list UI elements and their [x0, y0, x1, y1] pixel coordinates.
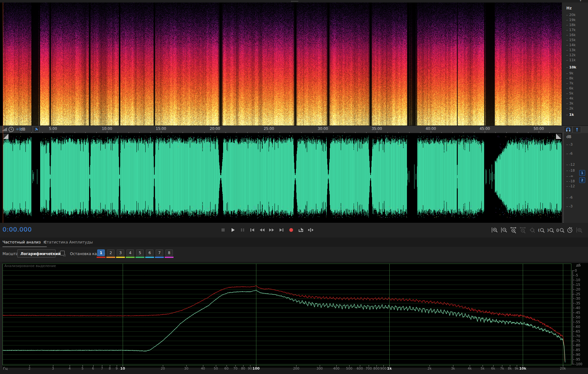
y-tick--90: -90 — [575, 352, 580, 357]
frame-hold-color — [165, 257, 174, 258]
frame-hold-1[interactable]: 1 — [97, 249, 105, 258]
frame-hold-8[interactable]: 8 — [165, 249, 173, 258]
frame-hold-6[interactable]: 6 — [146, 249, 153, 258]
amplitude-scale-panel[interactable]: dB -3-6-12-18-∞-18-12-6-3 1 2 — [562, 133, 588, 223]
copy-graph-icon[interactable] — [60, 251, 65, 255]
freq-tick-10k: 10k — [566, 65, 576, 70]
y-axis-unit: дБ — [576, 263, 581, 267]
frame-hold-color — [116, 257, 125, 258]
x-tick-3k: 3k — [451, 366, 455, 370]
db-tick-6: -12 — [566, 184, 575, 189]
frame-hold-label: 8 — [165, 249, 173, 256]
x-tick-2: 2 — [29, 366, 31, 370]
x-tick-90: 90 — [248, 366, 252, 370]
x-tick-8: 8 — [109, 366, 111, 370]
zoom-full-button[interactable] — [575, 226, 583, 234]
y-tick--65: -65 — [575, 329, 580, 334]
loop-playback-button[interactable] — [297, 226, 305, 234]
y-tick-0: 0 — [575, 268, 577, 273]
x-tick-9: 9 — [115, 366, 118, 370]
zoom-to-selection-button[interactable]: {} — [556, 226, 564, 234]
ruler-time-50:00: 50:00 — [533, 126, 544, 131]
x-tick-700: 700 — [366, 366, 372, 370]
frame-hold-5[interactable]: 5 — [136, 249, 144, 258]
tab-frequency-analysis[interactable]: Частотный анализ ≡ — [3, 238, 47, 247]
transport-bar: 0:00.000 { } {} — [0, 223, 588, 238]
frame-hold-label: 5 — [136, 249, 144, 256]
rewind-button[interactable] — [258, 226, 266, 234]
freq-tick-5k: 5k — [566, 91, 573, 96]
plot-title: Анализированое выделение — [4, 264, 56, 268]
freq-tick-9k: 9k — [566, 71, 573, 76]
frame-hold-label: 3 — [117, 249, 124, 256]
zoom-reset-button[interactable] — [528, 226, 536, 234]
panel-drag-handle[interactable] — [291, 1, 298, 2]
x-tick-3: 3 — [52, 366, 54, 370]
frame-hold-label: 6 — [146, 249, 153, 256]
analysis-tabs: Частотный анализ ≡ Статистика Амплитуды — [0, 238, 588, 247]
x-tick-4k: 4k — [468, 366, 472, 370]
frame-hold-2[interactable]: 2 — [107, 249, 115, 258]
db-tick-3: -18 — [566, 168, 575, 173]
skip-to-start-button[interactable] — [248, 226, 256, 234]
y-tick--10: -10 — [575, 278, 580, 282]
zoom-in-right-edge-button[interactable]: } — [547, 226, 555, 234]
pause-button[interactable] — [238, 226, 247, 234]
playhead[interactable] — [3, 3, 3, 223]
zoom-out-time-button[interactable] — [519, 226, 527, 234]
freq-tick-8k: 8k — [566, 76, 573, 81]
frame-hold-7[interactable]: 7 — [156, 249, 163, 258]
amplitude-ticks — [563, 133, 564, 223]
timeline-ruler[interactable]: +0 dB 5:0010:0015:0020:0025:0030:0035:00… — [0, 126, 588, 134]
frame-hold-4[interactable]: 4 — [126, 249, 134, 258]
skip-to-end-button[interactable] — [277, 226, 286, 234]
ruler-time-35:00: 35:00 — [372, 126, 382, 131]
zoom-to-playhead-button[interactable] — [566, 226, 574, 234]
time-display[interactable]: 0:00.000 — [3, 226, 32, 233]
zoom-in-left-edge-button[interactable]: { — [537, 226, 546, 234]
frame-hold-label: 1 — [97, 249, 105, 256]
scale-dropdown[interactable]: Логарифмический ▼ — [17, 249, 56, 258]
frequency-plot-canvas[interactable] — [3, 263, 588, 368]
play-button[interactable] — [229, 226, 237, 234]
ruler-time-30:00: 30:00 — [318, 126, 328, 131]
y-tick--95: -95 — [575, 357, 580, 361]
channel-1-badge[interactable]: 1 — [579, 170, 585, 176]
x-tick-8k: 8k — [508, 366, 512, 370]
snap-button[interactable] — [564, 126, 572, 133]
waveform-canvas[interactable] — [3, 133, 562, 223]
ruler-time-5:00: 5:00 — [49, 126, 57, 131]
ruler-time-10:00: 10:00 — [102, 126, 112, 131]
selection-grip-right[interactable] — [556, 134, 561, 139]
y-tick--5: -5 — [575, 273, 578, 277]
record-button[interactable] — [287, 226, 295, 234]
freq-tick-16k: 16k — [566, 33, 575, 37]
scale-value: Логарифмический — [20, 252, 61, 256]
y-tick--15: -15 — [575, 282, 580, 287]
selection-grip-left[interactable] — [3, 134, 8, 139]
tab-amplitude-statistics[interactable]: Статистика Амплитуды — [44, 238, 93, 247]
frame-hold-3[interactable]: 3 — [117, 249, 124, 258]
skip-selection-button[interactable] — [307, 226, 315, 234]
y-tick--60: -60 — [575, 324, 580, 329]
spectrogram-canvas[interactable] — [3, 3, 562, 126]
hz-unit-label: Hz — [566, 6, 572, 10]
fast-forward-button[interactable] — [268, 226, 276, 234]
zoom-in-amplitude-button[interactable] — [490, 226, 499, 234]
zoom-out-amplitude-button[interactable] — [500, 226, 508, 234]
freq-tick-20k: 20k — [566, 13, 575, 17]
freq-tick-19k: 19k — [566, 18, 575, 22]
y-tick--80: -80 — [575, 343, 580, 347]
waveform-row: dB -3-6-12-18-∞-18-12-6-3 1 2 — [0, 133, 588, 223]
x-tick-80: 80 — [241, 366, 245, 370]
x-tick-20k: 20k — [560, 366, 566, 370]
db-tick-1: -6 — [566, 152, 573, 156]
panel-menu-arrow-icon[interactable]: ▾ — [580, 0, 581, 2]
frequency-scale-panel[interactable]: Hz 20k19k18k17k16k15k14k13k12k11k10k9k8k… — [562, 3, 588, 126]
marker-pole-button[interactable] — [573, 126, 581, 133]
stop-button[interactable] — [219, 226, 227, 234]
zoom-in-time-button[interactable] — [509, 226, 517, 234]
x-axis-unit: Гц — [3, 366, 8, 371]
channel-2-badge[interactable]: 2 — [579, 177, 585, 183]
x-tick-2k: 2k — [428, 366, 432, 370]
